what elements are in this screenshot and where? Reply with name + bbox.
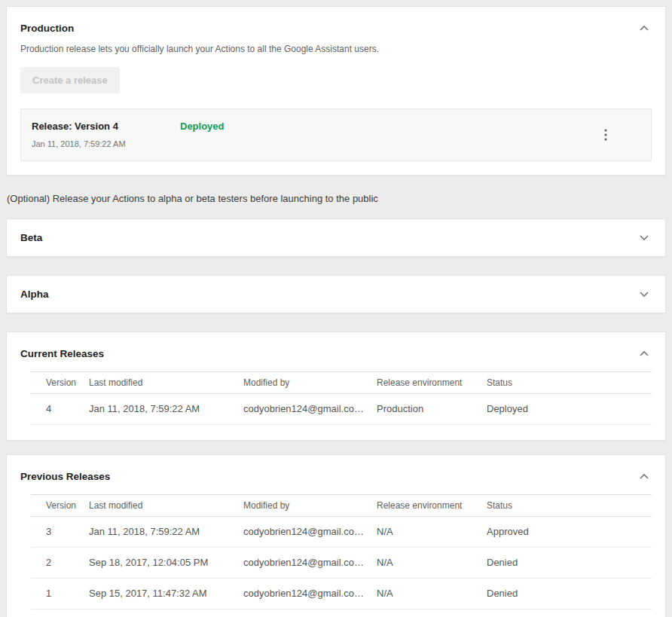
expand-beta-button[interactable]: [637, 232, 652, 244]
release-title: Release: Version 4: [32, 121, 180, 133]
cell-version: 1: [31, 579, 89, 609]
current-releases-card: Current Releases Version Last modified M…: [6, 331, 666, 441]
header-modified-by: Modified by: [243, 372, 377, 394]
header-version: Version: [31, 495, 89, 517]
table-row: 4 Jan 11, 2018, 7:59:22 AM codyobrien124…: [31, 394, 652, 425]
cell-version: 3: [31, 517, 89, 548]
cell-modified-by: codyobrien124@gmail.co…: [243, 517, 377, 548]
cell-last-modified: Jan 11, 2018, 7:59:22 AM: [89, 394, 243, 425]
header-status: Status: [487, 495, 652, 517]
release-row: Release: Version 4 Jan 11, 2018, 7:59:22…: [20, 108, 652, 161]
chevron-up-icon: [640, 25, 649, 31]
production-description: Production release lets you officially l…: [20, 44, 652, 54]
cell-release-environment: N/A: [377, 517, 487, 548]
releases-page: Production Production release lets you o…: [0, 0, 672, 617]
previous-releases-header[interactable]: Previous Releases: [20, 470, 652, 482]
optional-note: (Optional) Release your Actions to alpha…: [7, 193, 666, 204]
chevron-down-icon: [640, 235, 649, 241]
table-row: 1 Sep 15, 2017, 11:47:32 AM codyobrien12…: [31, 579, 652, 609]
previous-releases-title: Previous Releases: [20, 471, 110, 482]
cell-last-modified: Jan 11, 2018, 7:59:22 AM: [89, 517, 243, 548]
cell-status: Denied: [487, 548, 652, 579]
table-header-row: Version Last modified Modified by Releas…: [31, 372, 652, 394]
table-row: 2 Sep 18, 2017, 12:04:05 PM codyobrien12…: [31, 548, 652, 579]
cell-release-environment: N/A: [377, 548, 487, 579]
create-release-button[interactable]: Create a release: [20, 67, 120, 93]
cell-status: Denied: [487, 579, 652, 609]
alpha-title: Alpha: [20, 289, 49, 300]
cell-version: 2: [31, 548, 89, 579]
table-header-row: Version Last modified Modified by Releas…: [31, 495, 652, 517]
kebab-menu-icon: [604, 129, 607, 141]
production-header[interactable]: Production: [20, 22, 652, 34]
header-release-environment: Release environment: [377, 495, 487, 517]
table-row: 3 Jan 11, 2018, 7:59:22 AM codyobrien124…: [31, 517, 652, 548]
header-modified-by: Modified by: [243, 495, 377, 517]
release-date: Jan 11, 2018, 7:59:22 AM: [32, 139, 180, 149]
beta-card[interactable]: Beta: [6, 218, 666, 257]
cell-release-environment: N/A: [377, 579, 487, 609]
current-releases-table: Version Last modified Modified by Releas…: [31, 371, 652, 425]
header-last-modified: Last modified: [89, 495, 243, 517]
previous-releases-table: Version Last modified Modified by Releas…: [31, 494, 652, 609]
cell-version: 4: [31, 394, 89, 425]
header-version: Version: [31, 372, 89, 394]
chevron-up-icon: [640, 473, 649, 479]
cell-release-environment: Production: [377, 394, 487, 425]
collapse-current-releases-button[interactable]: [637, 347, 652, 359]
header-last-modified: Last modified: [89, 372, 243, 394]
current-releases-title: Current Releases: [20, 348, 104, 359]
cell-status: Deployed: [487, 394, 652, 425]
cell-modified-by: codyobrien124@gmail.co…: [243, 548, 377, 579]
release-status: Deployed: [180, 121, 225, 133]
collapse-previous-releases-button[interactable]: [637, 470, 652, 482]
collapse-production-button[interactable]: [637, 22, 652, 34]
cell-modified-by: codyobrien124@gmail.co…: [243, 394, 377, 425]
beta-title: Beta: [20, 232, 42, 243]
production-title: Production: [20, 23, 74, 34]
production-card: Production Production release lets you o…: [6, 6, 666, 176]
release-menu-button[interactable]: [600, 126, 612, 144]
header-status: Status: [487, 372, 652, 394]
alpha-card[interactable]: Alpha: [6, 275, 666, 313]
cell-last-modified: Sep 15, 2017, 11:47:32 AM: [89, 579, 243, 609]
cell-status: Approved: [487, 517, 652, 548]
expand-alpha-button[interactable]: [637, 289, 652, 301]
release-info: Release: Version 4 Jan 11, 2018, 7:59:22…: [32, 121, 180, 149]
current-releases-header[interactable]: Current Releases: [20, 347, 652, 359]
chevron-down-icon: [640, 292, 649, 298]
cell-modified-by: codyobrien124@gmail.co…: [243, 579, 377, 609]
chevron-up-icon: [640, 350, 649, 356]
header-release-environment: Release environment: [377, 372, 487, 394]
previous-releases-card: Previous Releases Version Last modified …: [6, 454, 666, 617]
cell-last-modified: Sep 18, 2017, 12:04:05 PM: [89, 548, 243, 579]
